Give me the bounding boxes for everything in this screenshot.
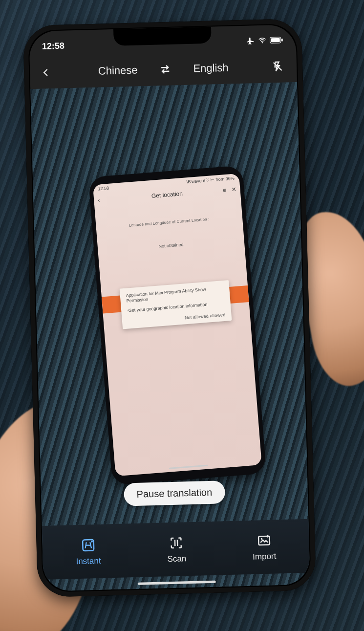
battery-icon <box>270 37 283 44</box>
svg-point-7 <box>261 538 263 540</box>
outer-phone-screen: 12:58 Chinese <box>29 24 310 591</box>
source-language[interactable]: Chinese <box>98 64 137 78</box>
inner-phone-frame: 12:58 \B'wave e♡ ⊢ from 96% ‹ Get locati… <box>88 165 267 485</box>
status-icons <box>246 36 283 45</box>
inner-header-title: Get location <box>151 190 183 199</box>
svg-rect-3 <box>281 39 283 42</box>
photo-background: 12:58 Chinese <box>0 0 364 631</box>
phone-notch <box>113 27 212 46</box>
tab-scan-label: Scan <box>167 554 186 564</box>
tab-instant-label: Instant <box>76 556 101 566</box>
wifi-icon <box>258 36 267 45</box>
svg-point-0 <box>262 42 263 43</box>
inner-menu-icon: ≡ <box>223 187 227 194</box>
tab-instant[interactable]: Instant <box>75 537 101 566</box>
import-icon <box>256 532 273 549</box>
inner-dialog-actions: Not allowed allowed <box>128 312 226 325</box>
back-button[interactable] <box>38 64 55 81</box>
inner-close-icon: ✕ <box>231 186 236 193</box>
inner-location-label: Latitude and Longitude of Current Locati… <box>103 215 236 230</box>
outer-phone-frame: 12:58 Chinese <box>23 19 316 598</box>
instant-icon <box>80 537 97 554</box>
target-language[interactable]: English <box>193 62 229 75</box>
scan-icon <box>168 534 185 551</box>
language-bar: Chinese English <box>30 52 297 87</box>
inner-permission-dialog: Application for Mini Program Ability Sho… <box>120 280 232 329</box>
tab-scan[interactable]: Scan <box>167 534 186 564</box>
svg-rect-2 <box>271 38 280 42</box>
inner-phone-screen: 12:58 \B'wave e♡ ⊢ from 96% ‹ Get locati… <box>93 174 262 477</box>
camera-viewport: 12:58 \B'wave e♡ ⊢ from 96% ‹ Get locati… <box>30 82 310 591</box>
bottom-tab-bar: Instant Scan Import <box>42 519 310 580</box>
swap-languages-button[interactable] <box>157 61 174 78</box>
status-time: 12:58 <box>42 41 65 51</box>
tab-import-label: Import <box>253 551 277 562</box>
inner-back-icon: ‹ <box>98 196 100 203</box>
flash-off-button[interactable] <box>269 58 286 75</box>
tab-import[interactable]: Import <box>252 532 277 562</box>
inner-home-indicator <box>169 465 208 469</box>
svg-point-5 <box>90 541 92 543</box>
inner-status-time: 12:58 <box>98 186 109 192</box>
pause-translation-button[interactable]: Pause translation <box>124 480 225 506</box>
airplane-mode-icon <box>246 36 255 45</box>
inner-location-status: Not obtained <box>105 238 237 253</box>
